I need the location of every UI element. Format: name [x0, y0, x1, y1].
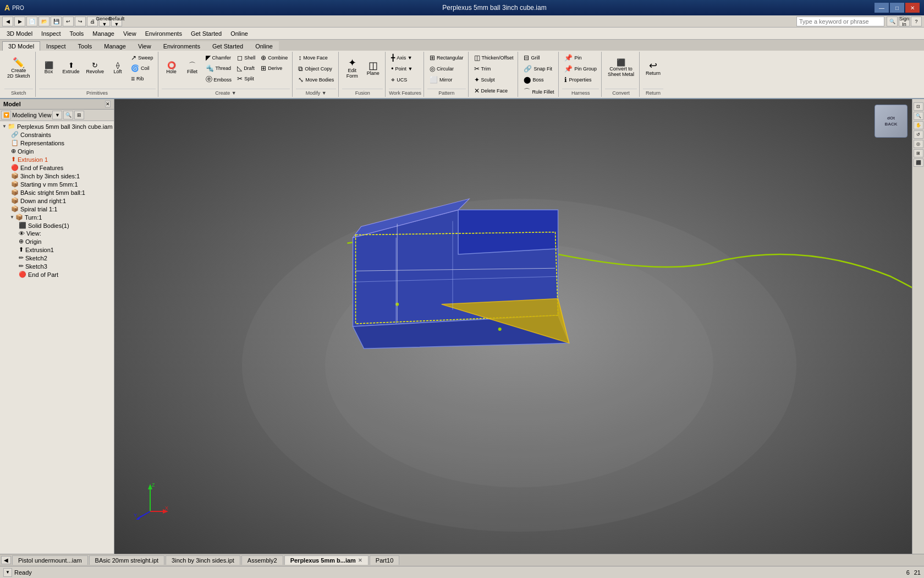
filter-button[interactable]: 🔽 — [1, 111, 11, 119]
zoom-slider[interactable]: ⬛ — [914, 159, 923, 167]
trim-button[interactable]: ✂Trim — [472, 64, 493, 74]
chamfer-button[interactable]: ◤Chamfer — [204, 53, 234, 63]
delete-face-button[interactable]: ✕Delete Face — [472, 86, 510, 96]
tab-view[interactable]: View — [132, 41, 157, 51]
tab-inspect[interactable]: Inspect — [40, 41, 72, 51]
edit-form-button[interactable]: ✦ EditForm — [342, 53, 362, 84]
pin-group-button[interactable]: 📌Pin Group — [562, 64, 599, 74]
qa-redo[interactable]: ↪ — [75, 17, 86, 26]
tree-item-sketch2[interactable]: ✏Sketch2 — [1, 254, 113, 262]
qa-save[interactable]: 💾 — [51, 17, 62, 26]
draft-button[interactable]: ◺Draft — [235, 63, 257, 73]
thread-button[interactable]: 🔩Thread — [204, 63, 234, 73]
tree-item-constraints[interactable]: 🔗Constraints — [1, 130, 113, 139]
zoom-in-button[interactable]: 🔍 — [914, 112, 923, 120]
tab-perplexus-close[interactable]: ✕ — [358, 558, 362, 563]
create-2d-sketch-button[interactable]: ✏️ Create2D Sketch — [4, 53, 33, 84]
tab-perplexus[interactable]: Perplexus 5mm b...iam ✕ — [284, 555, 369, 565]
pan-button[interactable]: ✋ — [914, 121, 923, 129]
tab-assembly2[interactable]: Assembly2 — [241, 555, 283, 565]
combine-button[interactable]: ⊕Combine — [258, 53, 290, 63]
snap-fit-button[interactable]: 🔗Snap Fit — [521, 64, 554, 74]
mirror-button[interactable]: ⬜Mirror — [427, 75, 455, 85]
tree-item-end-of-part[interactable]: 🔴End of Part — [1, 270, 113, 279]
properties-button[interactable]: ℹProperties — [562, 75, 593, 85]
tree-item-extrusion1-top[interactable]: ⬆Extrusion 1 — [1, 155, 113, 163]
boss-button[interactable]: ⬤Boss — [521, 75, 546, 85]
help-button[interactable]: ? — [911, 17, 922, 26]
expand-button[interactable]: ⊞ — [74, 111, 84, 119]
search-button[interactable]: 🔍 — [887, 17, 898, 26]
thicken-offset-button[interactable]: ◫Thicken/Offset — [472, 53, 516, 63]
circular-button[interactable]: ◎Circular — [427, 64, 456, 74]
look-at-button[interactable]: ◎ — [914, 140, 923, 148]
hole-button[interactable]: ⭕ Hole — [162, 53, 182, 84]
minimize-button[interactable]: — — [875, 3, 889, 13]
tree-item-end-of-features[interactable]: 🔴End of Features — [1, 163, 113, 172]
menu-environments[interactable]: Environments — [141, 29, 186, 38]
menu-view[interactable]: View — [119, 29, 141, 38]
fillet-button[interactable]: ⌒ Fillet — [183, 53, 202, 84]
move-bodies-button[interactable]: ⤡Move Bodies — [296, 75, 336, 85]
tab-pistol[interactable]: Pistol undermount...iam — [12, 555, 88, 565]
tree-item-representations[interactable]: 📋Representations — [1, 139, 113, 147]
tree-item-starting-v[interactable]: 📦Starting v mm 5mm:1 — [1, 180, 113, 188]
menu-get-started[interactable]: Get Started — [186, 29, 226, 38]
qa-default[interactable]: Default ▼ — [111, 17, 122, 26]
tree-item-solid-bodies[interactable]: ⬛Solid Bodies(1) — [1, 221, 113, 230]
sidebar-close-button[interactable]: ✕ — [105, 101, 111, 107]
rectangular-button[interactable]: ⊞Rectangular — [427, 53, 466, 63]
tree-item-origin[interactable]: ⊕Origin — [1, 147, 113, 155]
sculpt-button[interactable]: ✦Sculpt — [472, 75, 497, 85]
tab-3inch[interactable]: 3inch by 3inch sides.ipt — [166, 555, 240, 565]
menu-manage[interactable]: Manage — [88, 29, 119, 38]
plane-button[interactable]: ◫ Plane — [363, 53, 383, 84]
qa-new[interactable]: 📄 — [26, 17, 37, 26]
shell-button[interactable]: ◻Shell — [235, 53, 257, 63]
pin-button[interactable]: 📌Pin — [562, 53, 584, 63]
tab-manage[interactable]: Manage — [98, 41, 132, 51]
search-tree-button[interactable]: 🔍 — [63, 111, 73, 119]
orbit-button[interactable]: ↺ — [914, 130, 923, 139]
tree-item-turn1[interactable]: ▼📦Turn:1 — [1, 213, 113, 221]
tree-item-root[interactable]: ▼📁Perplexus 5mm ball 3inch cube.iam — [1, 122, 113, 130]
convert-sheet-metal-button[interactable]: ⬛ Convert toSheet Metal — [605, 53, 637, 84]
tree-item-sketch3[interactable]: ✏Sketch3 — [1, 262, 113, 270]
split-button[interactable]: ✂Split — [235, 74, 257, 84]
qa-open[interactable]: 📂 — [38, 17, 50, 26]
point-button[interactable]: •Point ▼ — [389, 64, 415, 74]
extrude-button[interactable]: ⬆ Extrude — [60, 53, 82, 84]
move-face-button[interactable]: ↕Move Face — [296, 53, 330, 63]
return-button[interactable]: ↩ Return — [643, 53, 663, 84]
restore-button[interactable]: □ — [890, 3, 904, 13]
search-bar[interactable]: 🔍 — [796, 17, 898, 26]
menu-tools[interactable]: Tools — [65, 29, 89, 38]
tab-environments[interactable]: Environments — [157, 41, 206, 51]
axis-button[interactable]: ╋Axis ▼ — [389, 53, 414, 63]
tree-item-view[interactable]: 👁View: — [1, 230, 113, 237]
menu-inspect[interactable]: Inspect — [37, 29, 65, 38]
tabs-nav-left[interactable]: ◀ — [1, 556, 11, 564]
grill-button[interactable]: ⊟Grill — [521, 53, 542, 63]
menu-online[interactable]: Online — [226, 29, 252, 38]
qa-undo[interactable]: ↩ — [63, 17, 74, 26]
display-options-button[interactable]: ⊞ — [914, 149, 923, 157]
tab-get-started[interactable]: Get Started — [206, 41, 249, 51]
tab-tools[interactable]: Tools — [72, 41, 98, 51]
tab-3d-model[interactable]: 3D Model — [2, 41, 40, 51]
copy-object-button[interactable]: ⧉Object Copy — [296, 64, 334, 74]
tab-part10[interactable]: Part10 — [370, 555, 399, 565]
zoom-extents-button[interactable]: ⊡ — [914, 102, 923, 111]
sign-in-button[interactable]: Sign In — [899, 17, 910, 26]
derive-button[interactable]: ⊞Derive — [258, 63, 290, 73]
viewport[interactable]: Z X Y dOt BACK ⊡ 🔍 ✋ ↺ ◎ — [114, 99, 924, 554]
view-options-button[interactable]: ▼ — [52, 111, 62, 119]
tree-item-basic-ball[interactable]: 📦BAsic stright 5mm ball:1 — [1, 188, 113, 197]
tree-item-down-right[interactable]: 📦Down and right:1 — [1, 197, 113, 205]
search-input[interactable] — [796, 17, 884, 26]
tree-item-origin2[interactable]: ⊕Origin — [1, 237, 113, 246]
emboss-button[interactable]: ⓔEmboss — [204, 74, 234, 85]
tree-item-spiral-trial[interactable]: 📦Spiral trial 1:1 — [1, 205, 113, 213]
tree-item-3inch-sides[interactable]: 📦3inch by 3inch sides:1 — [1, 172, 113, 180]
tab-basic20[interactable]: BAsic 20mm streight.ipt — [89, 555, 165, 565]
